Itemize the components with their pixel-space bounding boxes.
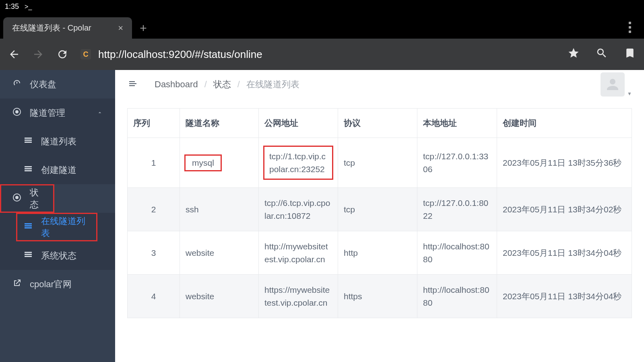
cell-public: https://mywebsitetest.vip.cpolar.cn: [259, 275, 338, 318]
grid-icon: [23, 250, 33, 262]
cell-local: tcp://127.0.0.1:3306: [417, 138, 497, 188]
cell-proto: https: [338, 275, 417, 318]
address-bar[interactable]: C: [80, 48, 555, 61]
th-local: 本地地址: [417, 109, 497, 138]
url-input[interactable]: [98, 48, 555, 61]
cell-seq: 4: [128, 275, 180, 318]
grid-icon: [23, 221, 33, 233]
avatar[interactable]: [601, 72, 625, 97]
sidebar-item-label: 隧道管理: [30, 107, 65, 119]
browser-toolbar: C: [0, 39, 644, 70]
cell-name: mysql: [180, 138, 259, 188]
sidebar: 仪表盘 隧道管理 隧道列表 创建隧道 状态 在线隧道列表 系统状态: [0, 70, 115, 362]
browser-tabstrip: 在线隧道列表 - Cpolar × +: [0, 13, 644, 39]
cell-created: 2023年05月11日 13时34分04秒: [497, 275, 632, 318]
browser-tab-active[interactable]: 在线隧道列表 - Cpolar ×: [3, 17, 132, 39]
breadcrumb-current: 在线隧道列表: [246, 78, 299, 90]
cell-local: tcp://127.0.0.1:8022: [417, 188, 497, 231]
cell-public: tcp://1.tcp.vip.cpolar.cn:23252: [259, 138, 338, 188]
browser-tab-title: 在线隧道列表 - Cpolar: [12, 23, 91, 33]
sidebar-item-label: 创建隧道: [41, 164, 76, 176]
bookmark-star-icon[interactable]: [568, 47, 580, 62]
forward-button[interactable]: [32, 48, 44, 60]
tunnel-table: 序列 隧道名称 公网地址 协议 本地地址 创建时间 1 mysql tcp://…: [127, 108, 632, 318]
table-row: 1 mysql tcp://1.tcp.vip.cpolar.cn:23252 …: [128, 138, 632, 188]
sidebar-item-dashboard[interactable]: 仪表盘: [0, 70, 115, 99]
cell-seq: 2: [128, 188, 180, 231]
sidebar-item-status[interactable]: 状态: [0, 184, 54, 213]
cell-proto: tcp: [338, 138, 417, 188]
cell-created: 2023年05月11日 13时34分04秒: [497, 231, 632, 275]
cell-public: tcp://6.tcp.vip.cpolar.cn:10872: [259, 188, 338, 231]
grid-icon: [23, 164, 33, 176]
breadcrumb-status[interactable]: 状态: [213, 78, 231, 90]
sidebar-item-label: cpolar官网: [30, 278, 72, 290]
cell-public: http://mywebsitetest.vip.cpolar.cn: [259, 231, 338, 275]
cell-seq: 1: [128, 138, 180, 188]
sidebar-item-label: 状态: [30, 187, 42, 211]
breadcrumb: Dashboard / 状态 / 在线隧道列表: [155, 78, 299, 90]
main-content: Dashboard / 状态 / 在线隧道列表 ▼ 序列 隧道名称 公网: [115, 70, 644, 362]
cell-created: 2023年05月11日 13时34分02秒: [497, 188, 632, 231]
table-row: 3 website http://mywebsitetest.vip.cpola…: [128, 231, 632, 275]
th-proto: 协议: [338, 109, 417, 138]
th-created: 创建时间: [497, 109, 632, 138]
table-header-row: 序列 隧道名称 公网地址 协议 本地地址 创建时间: [128, 109, 632, 138]
cell-local: http://localhost:8080: [417, 275, 497, 318]
chevron-up-icon: [97, 108, 103, 118]
cell-created: 2023年05月11日 13时35分36秒: [497, 138, 632, 188]
new-tab-button[interactable]: +: [132, 17, 155, 39]
browser-menu-button[interactable]: [619, 16, 641, 39]
sidebar-item-label: 隧道列表: [41, 136, 76, 148]
site-icon: C: [80, 49, 91, 60]
cell-name: ssh: [180, 188, 259, 231]
bookmark-icon[interactable]: [624, 47, 636, 62]
sidebar-item-create-tunnel[interactable]: 创建隧道: [0, 156, 115, 184]
search-icon[interactable]: [596, 47, 608, 62]
cell-local: http://localhost:8080: [417, 231, 497, 275]
target-icon: [12, 107, 22, 119]
reload-button[interactable]: [56, 48, 68, 60]
menu-toggle-icon[interactable]: [127, 79, 138, 90]
cell-name: website: [180, 275, 259, 318]
sidebar-item-tunnel-mgmt[interactable]: 隧道管理: [0, 99, 115, 127]
sidebar-item-label: 系统状态: [41, 250, 76, 262]
os-clock: 1:35: [5, 2, 19, 11]
cell-proto: http: [338, 231, 417, 275]
table-row: 2 ssh tcp://6.tcp.vip.cpolar.cn:10872 tc…: [128, 188, 632, 231]
sidebar-item-system-status[interactable]: 系统状态: [0, 241, 115, 270]
sidebar-item-online-tunnels[interactable]: 在线隧道列表: [16, 213, 97, 241]
chevron-down-icon[interactable]: ▼: [627, 91, 632, 97]
cell-seq: 3: [128, 231, 180, 275]
grid-icon: [23, 136, 33, 148]
sidebar-item-tunnel-list[interactable]: 隧道列表: [0, 127, 115, 156]
close-icon[interactable]: ×: [118, 23, 123, 33]
th-seq: 序列: [128, 109, 180, 138]
table-row: 4 website https://mywebsitetest.vip.cpol…: [128, 275, 632, 318]
page-topbar: Dashboard / 状态 / 在线隧道列表 ▼: [115, 70, 644, 99]
cell-name: website: [180, 231, 259, 275]
terminal-icon: >_: [25, 3, 32, 10]
sidebar-item-label: 仪表盘: [30, 78, 56, 90]
os-status-bar: 1:35 >_: [0, 0, 644, 13]
back-button[interactable]: [8, 48, 20, 60]
breadcrumb-root[interactable]: Dashboard: [155, 79, 198, 90]
external-link-icon: [12, 278, 22, 290]
sidebar-item-cpolar-site[interactable]: cpolar官网: [0, 270, 115, 298]
target-icon: [12, 193, 22, 205]
th-public: 公网地址: [259, 109, 338, 138]
sidebar-item-label: 在线隧道列表: [41, 215, 85, 239]
th-name: 隧道名称: [180, 109, 259, 138]
gauge-icon: [12, 78, 22, 90]
cell-proto: tcp: [338, 188, 417, 231]
